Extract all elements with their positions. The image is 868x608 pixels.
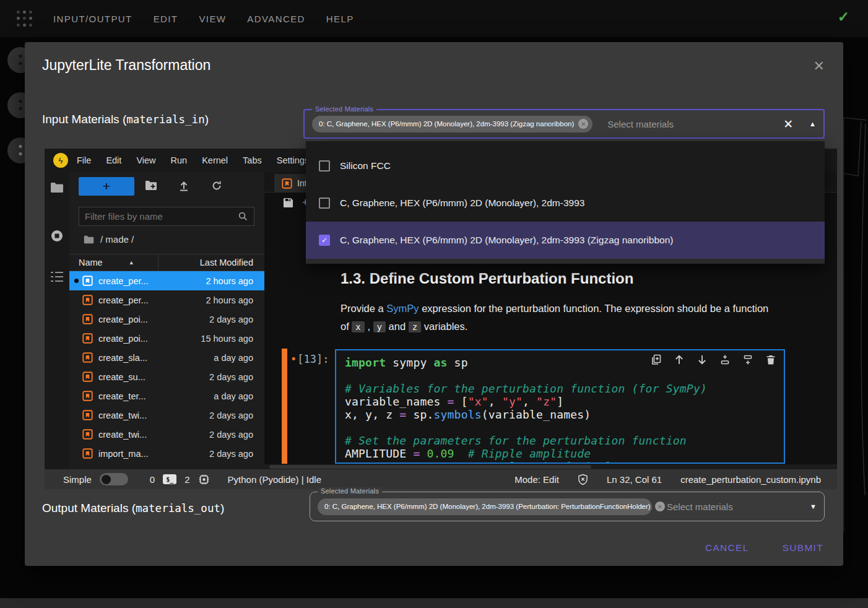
code-line: WAVELENGTH = 0.3 # Wavelength of ripple bbox=[345, 460, 775, 464]
file-modified: 2 days ago bbox=[209, 410, 264, 420]
breadcrumb-path: / made / bbox=[100, 234, 134, 245]
file-row[interactable]: create_poi...15 hours ago bbox=[69, 329, 264, 348]
code-cell[interactable]: import sympy as sp # Variables for the p… bbox=[335, 349, 785, 464]
new-launcher-button[interactable]: + bbox=[79, 177, 134, 196]
jupyter-menu-item[interactable]: Settings bbox=[277, 155, 309, 165]
close-icon[interactable]: ✕ bbox=[814, 59, 825, 73]
file-name: import_ma... bbox=[98, 449, 149, 459]
refresh-icon[interactable] bbox=[211, 180, 222, 191]
kernel-status[interactable]: Python (Pyodide) | Idle bbox=[228, 474, 321, 485]
cursor-position[interactable]: Ln 32, Col 61 bbox=[607, 474, 662, 485]
kernels-count[interactable]: 2 bbox=[184, 474, 189, 485]
file-row[interactable]: create_poi...2 days ago bbox=[69, 310, 264, 329]
move-cell-down-icon[interactable] bbox=[697, 354, 708, 365]
dropdown-footer bbox=[306, 259, 825, 264]
file-name: create_poi... bbox=[98, 334, 148, 344]
editor-mode[interactable]: Mode: Edit bbox=[514, 474, 559, 485]
jupyter-menu-item[interactable]: Tabs bbox=[243, 155, 262, 165]
jupyter-menu-item[interactable]: Edit bbox=[106, 155, 121, 165]
dropdown-option[interactable]: Silicon FCC bbox=[306, 147, 825, 185]
top-menu-item[interactable]: ADVANCED bbox=[247, 14, 305, 24]
file-row[interactable]: create_per...2 hours ago bbox=[69, 271, 264, 290]
file-row[interactable]: import_ma...2 days ago bbox=[69, 444, 264, 463]
simple-mode-label: Simple bbox=[63, 474, 92, 485]
dropdown-option[interactable]: C, Graphene, HEX (P6/mmm) 2D (Monolayer)… bbox=[306, 185, 825, 222]
checkbox-icon[interactable]: ✓ bbox=[319, 235, 330, 246]
checkbox-icon[interactable] bbox=[319, 160, 330, 172]
chip-remove-icon[interactable]: ✕ bbox=[655, 502, 665, 511]
trust-shield-icon[interactable] bbox=[578, 474, 588, 485]
cell-execution-count: [13]: bbox=[297, 353, 329, 365]
select-placeholder: Select materials bbox=[667, 502, 733, 512]
jupyter-menu-item[interactable]: View bbox=[136, 155, 155, 165]
file-row[interactable]: create_su...2 days ago bbox=[69, 367, 264, 386]
breadcrumb[interactable]: / made / bbox=[84, 234, 134, 245]
scrollbar-thumb[interactable] bbox=[269, 465, 591, 469]
file-row[interactable]: create_twi...2 days ago bbox=[69, 406, 264, 425]
dropdown-option[interactable]: ✓C, Graphene, HEX (P6/mmm) 2D (Monolayer… bbox=[306, 222, 825, 259]
horizontal-scrollbar[interactable] bbox=[264, 464, 837, 469]
file-modified: a day ago bbox=[214, 353, 264, 363]
code-line: # Variables for the perturbation functio… bbox=[345, 382, 775, 395]
notebook-icon bbox=[82, 410, 93, 420]
jupyterlite-logo-icon: ϟ bbox=[53, 153, 68, 168]
cancel-button[interactable]: CANCEL bbox=[705, 542, 749, 554]
notebook-icon bbox=[282, 178, 292, 189]
duplicate-cell-icon[interactable] bbox=[651, 354, 662, 365]
top-menu-item[interactable]: VIEW bbox=[199, 14, 226, 24]
file-browser: + / made / N bbox=[69, 172, 264, 469]
insert-cell-below-icon[interactable] bbox=[742, 354, 753, 365]
check-icon[interactable]: ✓ bbox=[838, 9, 849, 25]
sympy-link[interactable]: SymPy bbox=[386, 303, 419, 314]
terminal-icon[interactable]: $_ bbox=[163, 474, 176, 484]
markdown-heading: 1.3. Define Custom Perturbation Function bbox=[341, 270, 633, 287]
file-row[interactable]: create_ter...a day ago bbox=[69, 386, 264, 406]
input-materials-select[interactable]: Selected Materials 0: C, Graphene, HEX (… bbox=[303, 109, 825, 139]
clear-selection-icon[interactable]: ✕ bbox=[783, 118, 793, 130]
file-row[interactable]: create_twi...2 days ago bbox=[69, 425, 264, 444]
simple-mode-toggle[interactable] bbox=[100, 473, 128, 485]
checkbox-icon[interactable] bbox=[319, 198, 330, 209]
file-row[interactable]: create_per...2 hours ago bbox=[69, 290, 264, 310]
output-materials-select[interactable]: Selected Materials 0: C, Graphene, HEX (… bbox=[310, 492, 825, 521]
file-filter-input[interactable] bbox=[85, 211, 238, 222]
unsaved-dot: • bbox=[290, 353, 297, 365]
new-folder-icon[interactable] bbox=[145, 180, 157, 191]
top-menu-item[interactable]: HELP bbox=[326, 14, 354, 24]
running-sessions-tab-icon[interactable] bbox=[50, 229, 64, 243]
top-menu-item[interactable]: INPUT/OUTPUT bbox=[53, 14, 132, 24]
selected-cell-indicator bbox=[282, 349, 287, 464]
dialog-footer: CANCEL SUBMIT bbox=[705, 542, 823, 554]
sort-asc-icon[interactable]: ▲ bbox=[129, 259, 134, 266]
file-name: create_su... bbox=[98, 372, 145, 382]
jupyter-menu-item[interactable]: Kernel bbox=[202, 155, 228, 165]
material-chip-label: 0: C, Graphene, HEX (P6/mmm) 2D (Monolay… bbox=[319, 120, 574, 128]
chip-remove-icon[interactable]: ✕ bbox=[578, 119, 588, 129]
top-menu-item[interactable]: EDIT bbox=[154, 14, 178, 24]
delete-cell-icon[interactable] bbox=[765, 354, 776, 365]
input-label-prefix: Input Materials ( bbox=[42, 113, 126, 126]
table-of-contents-tab-icon[interactable] bbox=[50, 271, 64, 282]
move-cell-up-icon[interactable] bbox=[674, 354, 685, 365]
column-last-modified[interactable]: Last Modified bbox=[200, 258, 264, 267]
file-browser-tab-icon[interactable] bbox=[50, 182, 64, 193]
jupyter-menu-item[interactable]: File bbox=[77, 155, 91, 165]
column-name[interactable]: Name bbox=[79, 258, 103, 267]
terminals-count[interactable]: 0 bbox=[150, 474, 155, 485]
dialog-title: JupyterLite Transformation bbox=[42, 57, 210, 74]
file-modified: 2 hours ago bbox=[206, 276, 264, 286]
file-modified: 2 days ago bbox=[209, 430, 264, 440]
file-row[interactable]: create_sla...a day ago bbox=[69, 348, 264, 367]
code-line: x, y, z = sp.symbols(variable_names) bbox=[345, 408, 775, 421]
code-editor[interactable]: import sympy as sp # Variables for the p… bbox=[336, 350, 784, 464]
save-icon[interactable] bbox=[283, 198, 293, 208]
insert-cell-above-icon[interactable] bbox=[719, 354, 731, 365]
kernel-chip-icon[interactable] bbox=[198, 474, 210, 485]
chevron-up-icon[interactable]: ▲ bbox=[809, 120, 816, 128]
file-modified: 15 hours ago bbox=[201, 334, 264, 344]
upload-icon[interactable] bbox=[178, 180, 189, 191]
chevron-down-icon[interactable]: ▼ bbox=[810, 503, 817, 510]
jupyter-menu-item[interactable]: Run bbox=[171, 155, 188, 165]
app-logo-dots-icon[interactable] bbox=[16, 11, 33, 27]
submit-button[interactable]: SUBMIT bbox=[783, 542, 823, 554]
